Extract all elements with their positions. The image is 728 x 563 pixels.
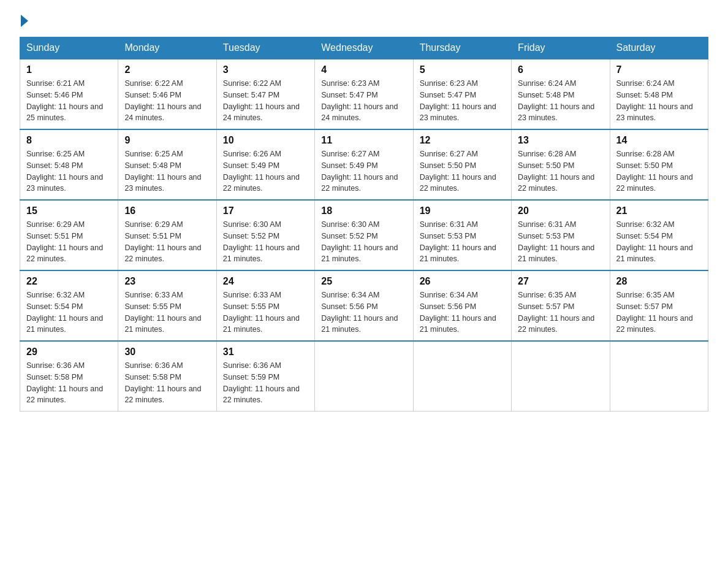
day-info: Sunrise: 6:24 AMSunset: 5:48 PMDaylight:… <box>518 78 603 124</box>
day-cell-13: 13Sunrise: 6:28 AMSunset: 5:50 PMDayligh… <box>512 129 610 200</box>
day-number: 23 <box>124 276 210 287</box>
page-header <box>20 15 708 26</box>
weekday-header-sunday: Sunday <box>20 37 118 59</box>
day-number: 6 <box>518 64 603 75</box>
day-number: 13 <box>518 135 603 146</box>
weekday-header-thursday: Thursday <box>413 37 511 59</box>
day-info: Sunrise: 6:36 AMSunset: 5:58 PMDaylight:… <box>26 360 112 406</box>
day-number: 18 <box>321 205 406 216</box>
day-info: Sunrise: 6:32 AMSunset: 5:54 PMDaylight:… <box>616 219 702 265</box>
day-number: 15 <box>26 205 112 216</box>
day-cell-20: 20Sunrise: 6:31 AMSunset: 5:53 PMDayligh… <box>512 200 610 270</box>
day-cell-28: 28Sunrise: 6:35 AMSunset: 5:57 PMDayligh… <box>610 270 708 341</box>
day-number: 4 <box>321 64 406 75</box>
day-info: Sunrise: 6:29 AMSunset: 5:51 PMDaylight:… <box>124 219 210 265</box>
day-number: 2 <box>124 64 210 75</box>
day-cell-21: 21Sunrise: 6:32 AMSunset: 5:54 PMDayligh… <box>610 200 708 270</box>
week-row-4: 22Sunrise: 6:32 AMSunset: 5:54 PMDayligh… <box>20 270 708 341</box>
day-number: 28 <box>616 276 702 287</box>
day-info: Sunrise: 6:21 AMSunset: 5:46 PMDaylight:… <box>26 78 112 124</box>
day-cell-30: 30Sunrise: 6:36 AMSunset: 5:58 PMDayligh… <box>118 341 216 412</box>
day-info: Sunrise: 6:31 AMSunset: 5:53 PMDaylight:… <box>420 219 505 265</box>
day-number: 24 <box>223 276 308 287</box>
day-cell-1: 1Sunrise: 6:21 AMSunset: 5:46 PMDaylight… <box>20 59 118 129</box>
logo <box>20 15 29 26</box>
day-number: 27 <box>518 276 603 287</box>
day-number: 20 <box>518 205 603 216</box>
day-info: Sunrise: 6:26 AMSunset: 5:49 PMDaylight:… <box>223 148 308 194</box>
day-cell-9: 9Sunrise: 6:25 AMSunset: 5:48 PMDaylight… <box>118 129 216 200</box>
week-row-5: 29Sunrise: 6:36 AMSunset: 5:58 PMDayligh… <box>20 341 708 412</box>
day-cell-16: 16Sunrise: 6:29 AMSunset: 5:51 PMDayligh… <box>118 200 216 270</box>
day-number: 26 <box>420 276 505 287</box>
day-number: 8 <box>26 135 112 146</box>
day-cell-29: 29Sunrise: 6:36 AMSunset: 5:58 PMDayligh… <box>20 341 118 412</box>
day-number: 16 <box>124 205 210 216</box>
day-info: Sunrise: 6:35 AMSunset: 5:57 PMDaylight:… <box>518 289 603 335</box>
day-cell-2: 2Sunrise: 6:22 AMSunset: 5:46 PMDaylight… <box>118 59 216 129</box>
day-number: 11 <box>321 135 406 146</box>
day-cell-27: 27Sunrise: 6:35 AMSunset: 5:57 PMDayligh… <box>512 270 610 341</box>
day-info: Sunrise: 6:36 AMSunset: 5:59 PMDaylight:… <box>223 360 308 406</box>
day-number: 7 <box>616 64 702 75</box>
day-number: 3 <box>223 64 308 75</box>
day-info: Sunrise: 6:34 AMSunset: 5:56 PMDaylight:… <box>321 289 406 335</box>
day-info: Sunrise: 6:32 AMSunset: 5:54 PMDaylight:… <box>26 289 112 335</box>
day-info: Sunrise: 6:36 AMSunset: 5:58 PMDaylight:… <box>124 360 210 406</box>
empty-cell <box>315 341 413 412</box>
day-number: 31 <box>223 347 308 358</box>
day-cell-6: 6Sunrise: 6:24 AMSunset: 5:48 PMDaylight… <box>512 59 610 129</box>
weekday-header-row: SundayMondayTuesdayWednesdayThursdayFrid… <box>20 37 708 59</box>
week-row-2: 8Sunrise: 6:25 AMSunset: 5:48 PMDaylight… <box>20 129 708 200</box>
day-info: Sunrise: 6:23 AMSunset: 5:47 PMDaylight:… <box>321 78 406 124</box>
empty-cell <box>512 341 610 412</box>
day-cell-26: 26Sunrise: 6:34 AMSunset: 5:56 PMDayligh… <box>413 270 511 341</box>
day-cell-25: 25Sunrise: 6:34 AMSunset: 5:56 PMDayligh… <box>315 270 413 341</box>
day-info: Sunrise: 6:34 AMSunset: 5:56 PMDaylight:… <box>420 289 505 335</box>
day-cell-11: 11Sunrise: 6:27 AMSunset: 5:49 PMDayligh… <box>315 129 413 200</box>
day-number: 5 <box>420 64 505 75</box>
day-cell-24: 24Sunrise: 6:33 AMSunset: 5:55 PMDayligh… <box>216 270 314 341</box>
day-info: Sunrise: 6:23 AMSunset: 5:47 PMDaylight:… <box>420 78 505 124</box>
day-cell-17: 17Sunrise: 6:30 AMSunset: 5:52 PMDayligh… <box>216 200 314 270</box>
day-number: 19 <box>420 205 505 216</box>
day-info: Sunrise: 6:28 AMSunset: 5:50 PMDaylight:… <box>518 148 603 194</box>
day-info: Sunrise: 6:22 AMSunset: 5:46 PMDaylight:… <box>124 78 210 124</box>
day-number: 30 <box>124 347 210 358</box>
day-cell-18: 18Sunrise: 6:30 AMSunset: 5:52 PMDayligh… <box>315 200 413 270</box>
weekday-header-monday: Monday <box>118 37 216 59</box>
logo-arrow-icon <box>21 15 28 27</box>
weekday-header-tuesday: Tuesday <box>216 37 314 59</box>
weekday-header-saturday: Saturday <box>610 37 708 59</box>
day-info: Sunrise: 6:30 AMSunset: 5:52 PMDaylight:… <box>321 219 406 265</box>
day-cell-3: 3Sunrise: 6:22 AMSunset: 5:47 PMDaylight… <box>216 59 314 129</box>
day-cell-12: 12Sunrise: 6:27 AMSunset: 5:50 PMDayligh… <box>413 129 511 200</box>
day-info: Sunrise: 6:29 AMSunset: 5:51 PMDaylight:… <box>26 219 112 265</box>
day-cell-22: 22Sunrise: 6:32 AMSunset: 5:54 PMDayligh… <box>20 270 118 341</box>
day-number: 17 <box>223 205 308 216</box>
day-number: 21 <box>616 205 702 216</box>
day-cell-7: 7Sunrise: 6:24 AMSunset: 5:48 PMDaylight… <box>610 59 708 129</box>
day-info: Sunrise: 6:35 AMSunset: 5:57 PMDaylight:… <box>616 289 702 335</box>
day-number: 14 <box>616 135 702 146</box>
day-cell-8: 8Sunrise: 6:25 AMSunset: 5:48 PMDaylight… <box>20 129 118 200</box>
day-info: Sunrise: 6:27 AMSunset: 5:49 PMDaylight:… <box>321 148 406 194</box>
day-number: 29 <box>26 347 112 358</box>
day-cell-14: 14Sunrise: 6:28 AMSunset: 5:50 PMDayligh… <box>610 129 708 200</box>
day-info: Sunrise: 6:25 AMSunset: 5:48 PMDaylight:… <box>26 148 112 194</box>
day-number: 10 <box>223 135 308 146</box>
empty-cell <box>610 341 708 412</box>
day-cell-4: 4Sunrise: 6:23 AMSunset: 5:47 PMDaylight… <box>315 59 413 129</box>
day-info: Sunrise: 6:33 AMSunset: 5:55 PMDaylight:… <box>223 289 308 335</box>
day-cell-15: 15Sunrise: 6:29 AMSunset: 5:51 PMDayligh… <box>20 200 118 270</box>
day-number: 25 <box>321 276 406 287</box>
day-cell-23: 23Sunrise: 6:33 AMSunset: 5:55 PMDayligh… <box>118 270 216 341</box>
day-cell-19: 19Sunrise: 6:31 AMSunset: 5:53 PMDayligh… <box>413 200 511 270</box>
calendar-table: SundayMondayTuesdayWednesdayThursdayFrid… <box>20 37 708 412</box>
day-info: Sunrise: 6:22 AMSunset: 5:47 PMDaylight:… <box>223 78 308 124</box>
day-info: Sunrise: 6:27 AMSunset: 5:50 PMDaylight:… <box>420 148 505 194</box>
day-number: 22 <box>26 276 112 287</box>
day-info: Sunrise: 6:33 AMSunset: 5:55 PMDaylight:… <box>124 289 210 335</box>
day-number: 9 <box>124 135 210 146</box>
weekday-header-wednesday: Wednesday <box>315 37 413 59</box>
